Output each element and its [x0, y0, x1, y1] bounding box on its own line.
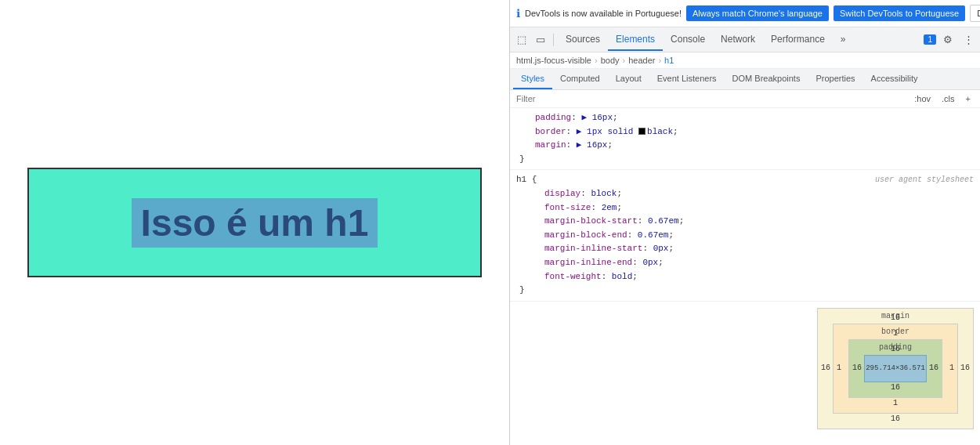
bm-padding-bottom: 16: [891, 382, 900, 394]
subtab-dom-breakpoints[interactable]: DOM Breakpoints: [725, 69, 808, 89]
bc-sep-1: ›: [595, 56, 598, 65]
css-rule-origin: user agent stylesheet: [875, 174, 974, 186]
css-rule-partial: padding: ▶ 16px; border: ▶ 1px solid bla…: [510, 108, 980, 170]
css-rule-header: h1 { user agent stylesheet: [516, 173, 974, 187]
more-options-icon[interactable]: ⋮: [960, 31, 977, 49]
css-prop-font-weight: font-weight: bold;: [526, 270, 974, 284]
css-prop-display: display: block;: [526, 187, 974, 201]
bm-border-left: 1: [837, 362, 841, 374]
browser-preview: Isso é um h1: [0, 0, 509, 445]
bm-margin-right: 16: [960, 362, 970, 374]
breadcrumb-item-body[interactable]: body: [601, 56, 620, 65]
settings-icon[interactable]: ⚙: [939, 31, 956, 49]
box-model-container: margin 16 16 16 16 border 1 1 1 1 paddin…: [510, 302, 980, 436]
devtools-toolbar: ⬚ ▭ Sources Elements Console Network Per…: [510, 27, 980, 52]
bm-margin-top: 16: [891, 312, 900, 324]
bm-padding-right: 16: [929, 362, 938, 374]
inspect-icon[interactable]: ⬚: [513, 31, 530, 49]
filter-actions: :hov .cls +: [911, 92, 974, 105]
tab-network[interactable]: Network: [713, 29, 763, 51]
breadcrumb-item-html[interactable]: html.js-focus-visible: [516, 56, 591, 65]
breadcrumb: html.js-focus-visible › body › header › …: [510, 52, 980, 69]
css-prop-margin-inline-end: margin-inline-end: 0px;: [526, 256, 974, 270]
css-property-margin: margin: ▶ 16px;: [516, 139, 974, 153]
bm-margin-bottom: 16: [891, 413, 900, 425]
preview-h1: Isso é um h1: [132, 198, 378, 248]
color-swatch-black: [638, 128, 645, 135]
bm-padding-left: 16: [852, 362, 862, 374]
bm-border-bottom: 1: [893, 397, 898, 410]
css-property-padding: padding: ▶ 16px;: [516, 111, 974, 125]
toolbar-tabs: Sources Elements Console Network Perform…: [558, 29, 922, 51]
switch-language-button[interactable]: Switch DevTools to Portuguese: [834, 5, 965, 21]
subtab-accessibility[interactable]: Accessibility: [863, 69, 926, 89]
match-language-button[interactable]: Always match Chrome's language: [686, 5, 829, 21]
subtab-event-listeners[interactable]: Event Listeners: [649, 69, 725, 89]
tab-console[interactable]: Console: [663, 29, 713, 51]
devtools-panel: ℹ DevTools is now available in Portugues…: [509, 0, 980, 445]
banner-text: DevTools is now available in Portuguese!: [525, 9, 682, 18]
css-selector-h1: h1 {: [516, 173, 537, 187]
breadcrumb-item-header[interactable]: header: [628, 56, 655, 65]
css-close-brace-2: }: [516, 284, 974, 298]
subtab-styles[interactable]: Styles: [513, 69, 552, 89]
hov-button[interactable]: :hov: [911, 92, 934, 105]
bm-margin-left: 16: [821, 362, 830, 374]
css-rule-properties: display: block; font-size: 2em; margin-b…: [516, 187, 974, 284]
info-icon: ℹ: [516, 7, 520, 20]
bm-border-top: 1: [893, 327, 898, 340]
subtab-properties[interactable]: Properties: [808, 69, 862, 89]
css-prop-margin-inline-start: margin-inline-start: 0px;: [526, 242, 974, 256]
tab-performance[interactable]: Performance: [763, 29, 833, 51]
css-prop-margin-block-start: margin-block-start: 0.67em;: [526, 215, 974, 229]
breadcrumb-item-h1[interactable]: h1: [664, 56, 674, 65]
filter-input[interactable]: [516, 94, 906, 103]
filter-bar: :hov .cls +: [510, 90, 980, 108]
css-close-brace: }: [516, 153, 974, 167]
bm-border-right: 1: [949, 362, 954, 374]
subtab-computed[interactable]: Computed: [552, 69, 608, 89]
bc-sep-3: ›: [658, 56, 661, 65]
bm-content: 295.714×36.571: [864, 355, 927, 382]
css-property-border: border: ▶ 1px solid black;: [516, 125, 974, 139]
device-icon[interactable]: ▭: [532, 31, 549, 49]
css-prop-font-size: font-size: 2em;: [526, 201, 974, 215]
toolbar-separator: [553, 34, 554, 46]
bm-content-size: 295.714×36.571: [866, 363, 925, 374]
tab-elements[interactable]: Elements: [608, 29, 663, 51]
dont-show-button[interactable]: Don't show again: [970, 5, 980, 22]
bc-sep-2: ›: [623, 56, 626, 65]
cls-button[interactable]: .cls: [938, 92, 958, 105]
css-rule-h1: h1 { user agent stylesheet display: bloc…: [510, 170, 980, 301]
sub-tabs: Styles Computed Layout Event Listeners D…: [510, 69, 980, 90]
language-banner: ℹ DevTools is now available in Portugues…: [510, 0, 980, 27]
css-prop-margin-block-end: margin-block-end: 0.67em;: [526, 229, 974, 243]
add-style-button[interactable]: +: [963, 92, 974, 105]
toolbar-right: 1 ⚙ ⋮: [924, 31, 977, 49]
box-model: margin 16 16 16 16 border 1 1 1 1 paddin…: [817, 308, 974, 429]
css-content: padding: ▶ 16px; border: ▶ 1px solid bla…: [510, 108, 980, 445]
notification-badge: 1: [924, 34, 936, 45]
tab-sources[interactable]: Sources: [558, 29, 608, 51]
subtab-layout[interactable]: Layout: [608, 69, 649, 89]
preview-box: Isso é um h1: [27, 168, 482, 277]
bm-padding-top: 16: [891, 343, 900, 356]
tab-more[interactable]: »: [833, 29, 854, 51]
